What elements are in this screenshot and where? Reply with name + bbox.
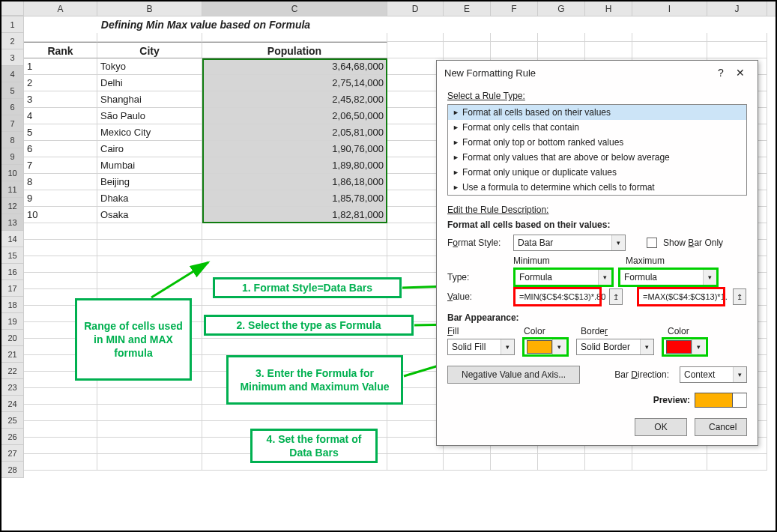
row-header-24[interactable]: 24 bbox=[1, 396, 24, 412]
cell[interactable] bbox=[632, 42, 707, 58]
cell[interactable] bbox=[24, 33, 97, 42]
cell[interactable] bbox=[387, 454, 444, 471]
close-icon[interactable]: ✕ bbox=[731, 67, 750, 79]
row-header-3[interactable]: 3 bbox=[1, 49, 24, 66]
col-header-D[interactable]: D bbox=[387, 1, 444, 16]
cell[interactable] bbox=[585, 454, 632, 471]
chevron-down-icon[interactable]: ▾ bbox=[733, 367, 746, 382]
cell-city[interactable]: Beijing bbox=[97, 174, 202, 190]
row-header-5[interactable]: 5 bbox=[1, 82, 24, 99]
rule-type-item[interactable]: ►Format only cells that contain bbox=[448, 120, 746, 135]
row-header-11[interactable]: 11 bbox=[1, 181, 24, 198]
cell-population[interactable]: 1,85,78,000 bbox=[202, 190, 387, 207]
cell[interactable] bbox=[707, 33, 767, 42]
cell[interactable] bbox=[444, 454, 491, 471]
cell[interactable] bbox=[387, 174, 444, 190]
row-header-1[interactable]: 1 bbox=[1, 16, 24, 33]
cell-population[interactable]: 2,06,50,000 bbox=[202, 108, 387, 124]
cell[interactable] bbox=[387, 256, 444, 273]
col-header-E[interactable]: E bbox=[444, 1, 491, 16]
rule-type-item[interactable]: ►Format all cells based on their values bbox=[448, 105, 746, 120]
cell[interactable] bbox=[24, 421, 97, 438]
cell[interactable] bbox=[387, 405, 444, 421]
cell[interactable] bbox=[97, 388, 202, 405]
cell[interactable] bbox=[585, 16, 632, 33]
row-header-12[interactable]: 12 bbox=[1, 198, 24, 214]
border-dropdown[interactable]: Solid Border ▾ bbox=[576, 339, 654, 355]
cell[interactable] bbox=[97, 223, 202, 240]
fill-color-dropdown[interactable]: ▾ bbox=[524, 339, 567, 355]
border-color-dropdown[interactable]: ▾ bbox=[663, 339, 707, 355]
cell[interactable] bbox=[585, 42, 632, 58]
cell[interactable] bbox=[202, 240, 387, 256]
cell[interactable] bbox=[97, 256, 202, 273]
row-header-19[interactable]: 19 bbox=[1, 313, 24, 330]
cell[interactable] bbox=[632, 16, 707, 33]
cell[interactable] bbox=[387, 240, 444, 256]
cell[interactable] bbox=[387, 124, 444, 141]
cell-population[interactable]: 1,90,76,000 bbox=[202, 141, 387, 157]
cell-population[interactable]: 2,75,14,000 bbox=[202, 75, 387, 91]
rule-type-list[interactable]: ►Format all cells based on their values►… bbox=[447, 104, 747, 196]
cell-population[interactable]: 1,89,80,000 bbox=[202, 157, 387, 174]
cell[interactable] bbox=[491, 16, 538, 33]
cell-city[interactable]: São Paulo bbox=[97, 108, 202, 124]
cell-city[interactable]: Shanghai bbox=[97, 91, 202, 108]
chevron-down-icon[interactable]: ▾ bbox=[703, 270, 716, 285]
row-header-13[interactable]: 13 bbox=[1, 214, 24, 231]
cell[interactable] bbox=[387, 75, 444, 91]
cell-rank[interactable]: 3 bbox=[24, 91, 97, 108]
cell[interactable] bbox=[444, 42, 491, 58]
cell[interactable] bbox=[97, 273, 202, 289]
cell[interactable] bbox=[202, 33, 387, 42]
range-selector-icon[interactable]: ↥ bbox=[733, 288, 746, 305]
cell[interactable] bbox=[444, 33, 491, 42]
row-header-21[interactable]: 21 bbox=[1, 346, 24, 363]
cell[interactable] bbox=[491, 454, 538, 471]
cell[interactable] bbox=[97, 405, 202, 421]
range-selector-icon[interactable]: ↥ bbox=[609, 288, 623, 305]
cell-city[interactable]: Tokyo bbox=[97, 58, 202, 75]
row-header-2[interactable]: 2 bbox=[1, 33, 24, 49]
cell[interactable] bbox=[97, 240, 202, 256]
row-header-25[interactable]: 25 bbox=[1, 412, 24, 429]
cell[interactable] bbox=[387, 190, 444, 207]
row-header-7[interactable]: 7 bbox=[1, 115, 24, 132]
cancel-button[interactable]: Cancel bbox=[695, 418, 747, 436]
cell[interactable] bbox=[585, 33, 632, 42]
row-header-16[interactable]: 16 bbox=[1, 264, 24, 280]
cell-population[interactable]: 2,05,81,000 bbox=[202, 124, 387, 141]
cell-rank[interactable]: 2 bbox=[24, 75, 97, 91]
cell-population[interactable]: 2,45,82,000 bbox=[202, 91, 387, 108]
col-header-H[interactable]: H bbox=[585, 1, 632, 16]
cell-rank[interactable]: 7 bbox=[24, 157, 97, 174]
cell[interactable] bbox=[24, 240, 97, 256]
cell-rank[interactable]: 1 bbox=[24, 58, 97, 75]
help-icon[interactable]: ? bbox=[711, 67, 731, 79]
row-header-9[interactable]: 9 bbox=[1, 148, 24, 165]
row-header-17[interactable]: 17 bbox=[1, 280, 24, 297]
row-header-4[interactable]: 4 bbox=[1, 66, 24, 82]
row-header-6[interactable]: 6 bbox=[1, 99, 24, 115]
min-value-input[interactable]: =MIN($C$4:$C$13)*.80 bbox=[515, 288, 600, 305]
cell[interactable] bbox=[387, 141, 444, 157]
row-header-28[interactable]: 28 bbox=[1, 462, 24, 478]
cell[interactable] bbox=[387, 339, 444, 355]
cell[interactable] bbox=[24, 438, 97, 454]
chevron-down-icon[interactable]: ▾ bbox=[501, 339, 514, 354]
chevron-down-icon[interactable]: ▾ bbox=[640, 339, 653, 354]
cell-city[interactable]: Dhaka bbox=[97, 190, 202, 207]
select-all-corner[interactable] bbox=[1, 1, 24, 16]
row-header-14[interactable]: 14 bbox=[1, 231, 24, 247]
cell[interactable] bbox=[538, 16, 585, 33]
row-header-18[interactable]: 18 bbox=[1, 297, 24, 313]
cell-rank[interactable]: 4 bbox=[24, 108, 97, 124]
cell[interactable] bbox=[632, 454, 707, 471]
fill-dropdown[interactable]: Solid Fill ▾ bbox=[447, 339, 515, 355]
chevron-down-icon[interactable]: ▾ bbox=[611, 235, 625, 250]
cell[interactable] bbox=[387, 421, 444, 438]
cell[interactable] bbox=[387, 16, 444, 33]
bar-direction-dropdown[interactable]: Context ▾ bbox=[680, 366, 747, 383]
cell-rank[interactable]: 8 bbox=[24, 174, 97, 190]
chevron-down-icon[interactable]: ▾ bbox=[598, 270, 611, 285]
